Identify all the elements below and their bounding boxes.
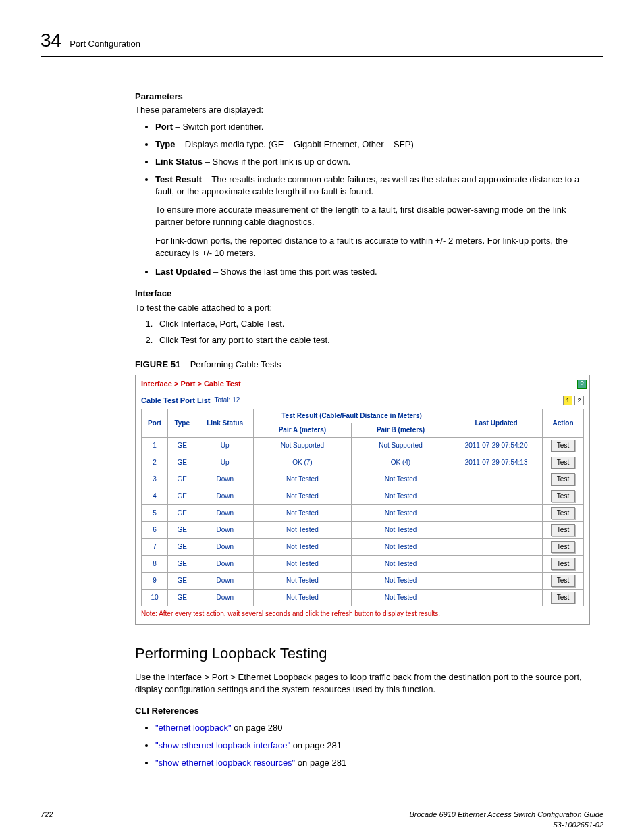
cell-pairA: Not Tested xyxy=(253,488,351,505)
cell-action: Test xyxy=(543,505,584,522)
doc-id: 53-1002651-02 xyxy=(409,820,603,830)
cell-updated xyxy=(450,539,543,556)
cell-pairA: Not Tested xyxy=(253,471,351,488)
test-button[interactable]: Test xyxy=(551,524,575,536)
cell-updated xyxy=(450,556,543,573)
table-row: 1GEUpNot SupportedNot Supported2011-07-2… xyxy=(142,438,584,454)
figure-caption: Performing Cable Tests xyxy=(190,359,281,369)
cell-link: Down xyxy=(196,488,254,505)
cell-pairB: Not Tested xyxy=(351,556,450,573)
test-button[interactable]: Test xyxy=(551,490,575,502)
loopback-heading: Performing Loopback Testing xyxy=(135,644,590,664)
test-button[interactable]: Test xyxy=(551,440,575,452)
cell-port: 7 xyxy=(142,539,168,556)
test-button[interactable]: Test xyxy=(551,473,575,486)
test-button[interactable]: Test xyxy=(551,592,575,604)
pager-page-1[interactable]: 1 xyxy=(563,396,572,405)
param-desc: – Switch port identifier. xyxy=(173,122,263,132)
param-term: Link Status xyxy=(155,157,203,167)
step-1: Click Interface, Port, Cable Test. xyxy=(155,318,590,330)
cell-type: GE xyxy=(167,454,196,471)
col-pair-b: Pair B (meters) xyxy=(351,423,450,438)
cli-suffix: on page 281 xyxy=(290,740,342,750)
parameters-list: Port – Switch port identifier. Type – Di… xyxy=(135,121,590,279)
cell-updated: 2011-07-29 07:54:20 xyxy=(450,438,543,454)
cell-pairA: Not Supported xyxy=(253,438,351,454)
cell-action: Test xyxy=(543,488,584,505)
test-button[interactable]: Test xyxy=(551,457,575,469)
param-desc: – Shows the last time this port was test… xyxy=(211,267,377,277)
col-action: Action xyxy=(543,409,584,438)
doc-title: Brocade 6910 Ethernet Access Switch Conf… xyxy=(409,810,603,820)
test-button[interactable]: Test xyxy=(551,558,575,570)
cli-link[interactable]: "ethernet loopback" xyxy=(155,723,232,733)
parameters-intro: These parameters are displayed: xyxy=(135,104,590,116)
cell-updated xyxy=(450,471,543,488)
parameters-heading: Parameters xyxy=(135,90,590,103)
col-port: Port xyxy=(142,409,168,438)
cell-pairB: Not Tested xyxy=(351,573,450,590)
breadcrumb: Interface > Port > Cable Test xyxy=(136,375,577,392)
step-2: Click Test for any port to start the cab… xyxy=(155,334,590,346)
cell-action: Test xyxy=(543,556,584,573)
col-test-result-group: Test Result (Cable/Fault Distance in Met… xyxy=(253,409,450,423)
cell-port: 2 xyxy=(142,454,168,471)
pager-page-2[interactable]: 2 xyxy=(574,396,584,405)
cell-port: 10 xyxy=(142,590,168,606)
table-row: 5GEDownNot TestedNot TestedTest xyxy=(142,505,584,522)
page-footer: 722 Brocade 6910 Ethernet Access Switch … xyxy=(41,810,603,831)
cell-type: GE xyxy=(167,522,196,539)
cell-link: Down xyxy=(196,573,254,590)
table-row: 8GEDownNot TestedNot TestedTest xyxy=(142,556,584,573)
cell-link: Down xyxy=(196,539,254,556)
param-type: Type – Displays media type. (GE – Gigabi… xyxy=(155,138,590,151)
cell-updated xyxy=(450,522,543,539)
cell-port: 8 xyxy=(142,556,168,573)
cell-link: Up xyxy=(196,454,254,471)
cell-action: Test xyxy=(543,522,584,539)
cell-pairA: Not Tested xyxy=(253,556,351,573)
test-button[interactable]: Test xyxy=(551,575,575,587)
cli-ref-2: "show ethernet loopback interface" on pa… xyxy=(155,739,590,752)
col-link-status: Link Status xyxy=(196,409,254,438)
cell-pairA: Not Tested xyxy=(253,590,351,606)
cell-updated xyxy=(450,573,543,590)
cli-references-list: "ethernet loopback" on page 280 "show et… xyxy=(135,722,590,770)
col-type: Type xyxy=(167,409,196,438)
figure-number: FIGURE 51 xyxy=(135,359,180,369)
interface-heading: Interface xyxy=(135,288,590,300)
cell-pairB: Not Tested xyxy=(351,590,450,606)
param-test-result: Test Result – The results include common… xyxy=(155,174,590,259)
table-row: 7GEDownNot TestedNot TestedTest xyxy=(142,539,584,556)
cell-pairA: Not Tested xyxy=(253,505,351,522)
cli-suffix: on page 280 xyxy=(232,723,283,733)
cell-port: 3 xyxy=(142,471,168,488)
cell-pairA: Not Tested xyxy=(253,522,351,539)
screenshot-note: Note: After every test action, wait seve… xyxy=(136,606,589,624)
cli-link[interactable]: "show ethernet loopback resources" xyxy=(155,758,295,768)
cli-ref-1: "ethernet loopback" on page 280 xyxy=(155,722,590,734)
test-button[interactable]: Test xyxy=(551,541,575,553)
cable-test-screenshot: Interface > Port > Cable Test ? Cable Te… xyxy=(135,375,590,625)
chapter-number: 34 xyxy=(41,27,61,53)
help-icon[interactable]: ? xyxy=(577,380,587,389)
param-desc: – The results include common cable failu… xyxy=(155,174,579,197)
page-number: 722 xyxy=(41,810,53,831)
cell-link: Up xyxy=(196,438,254,454)
cable-test-table: Port Type Link Status Test Result (Cable… xyxy=(141,409,584,606)
cell-type: GE xyxy=(167,471,196,488)
table-row: 2GEUpOK (7)OK (4)2011-07-29 07:54:13Test xyxy=(142,454,584,471)
cli-ref-3: "show ethernet loopback resources" on pa… xyxy=(155,757,590,769)
interface-steps: Click Interface, Port, Cable Test. Click… xyxy=(135,318,590,346)
cell-port: 4 xyxy=(142,488,168,505)
cell-port: 6 xyxy=(142,522,168,539)
cell-action: Test xyxy=(543,438,584,454)
interface-intro: To test the cable attached to a port: xyxy=(135,302,590,314)
param-term: Port xyxy=(155,122,173,132)
col-last-updated: Last Updated xyxy=(450,409,543,438)
test-button[interactable]: Test xyxy=(551,507,575,519)
cell-pairB: OK (4) xyxy=(351,454,450,471)
cli-link[interactable]: "show ethernet loopback interface" xyxy=(155,740,290,750)
cli-references-heading: CLI References xyxy=(135,705,590,717)
cell-updated xyxy=(450,488,543,505)
